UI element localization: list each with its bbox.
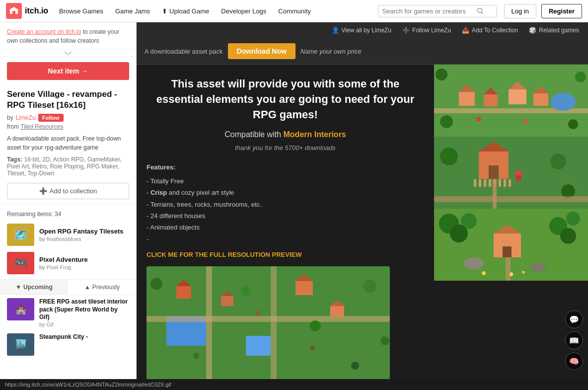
svg-rect-51: [474, 179, 476, 187]
author-link-2[interactable]: Pixel Frog: [47, 264, 72, 270]
svg-point-27: [351, 362, 359, 370]
remaining-items: Remaining items: 34: [0, 207, 136, 221]
chevron-up-icon: ▲: [84, 284, 90, 291]
name-price-label: Name your own price: [300, 48, 362, 55]
signup-link[interactable]: Create an account on itch.io: [7, 28, 81, 35]
svg-rect-65: [434, 196, 588, 202]
svg-rect-29: [310, 346, 314, 350]
nav-upload-game[interactable]: ⬆ Upload Game: [157, 0, 214, 22]
svg-point-78: [482, 271, 486, 275]
search-bar[interactable]: [378, 5, 497, 17]
prev-item-2[interactable]: 🏙️ Steampunk City -: [0, 330, 136, 359]
author-link-1[interactable]: finalbossblues: [47, 236, 81, 242]
scroll-hint: [0, 50, 136, 57]
register-button[interactable]: Register: [541, 4, 582, 18]
svg-rect-28: [256, 311, 260, 315]
svg-rect-10: [147, 316, 390, 322]
svg-rect-53: [484, 179, 486, 187]
game-tags: Tags: 16-bit, 2D, Action RPG, GameMaker,…: [0, 155, 136, 181]
from-label: from: [7, 123, 20, 130]
follow-creator-button[interactable]: ➕ Follow LimeZu: [397, 24, 456, 36]
svg-rect-17: [295, 281, 313, 295]
svg-point-33: [568, 119, 578, 129]
add-to-collection-sidebar-button[interactable]: ➕ Add to collection: [7, 183, 129, 199]
svg-point-3: [477, 8, 482, 13]
nav-developer-logs[interactable]: Developer Logs: [216, 0, 271, 22]
thank-you-text: thank you for the 5700+ downloads: [147, 144, 424, 152]
follow-button[interactable]: Follow: [38, 114, 64, 122]
tag-16bit[interactable]: 16-bit: [24, 156, 39, 163]
svg-rect-15: [221, 296, 233, 306]
tag-pixel-art[interactable]: Pixel Art: [7, 163, 29, 170]
game-title-2: Pixel Adventure: [39, 256, 129, 264]
svg-rect-19: [330, 306, 344, 317]
feature-5: - Animated objects: [147, 222, 424, 233]
chat-float-button[interactable]: 💬: [565, 311, 583, 328]
nav-browse-games[interactable]: Browse Games: [54, 0, 108, 22]
svg-rect-9: [246, 336, 271, 356]
prev-item-1[interactable]: 🏰 FREE RPG asset tileset interior pack (…: [0, 295, 136, 330]
prev-author-link-1[interactable]: Gif: [47, 321, 54, 327]
svg-line-5: [65, 52, 68, 55]
game-info-1: Open RPG Fantasy Tilesets by finalbossbl…: [39, 228, 129, 242]
tab-upcoming[interactable]: ▼ Upcoming: [0, 280, 68, 295]
svg-rect-58: [509, 179, 511, 187]
brain-icon: 🧠: [569, 357, 579, 366]
svg-rect-39: [509, 89, 526, 104]
main-content: 👤 View all by LimeZu ➕ Follow LimeZu 📥 A…: [137, 22, 588, 390]
login-button[interactable]: Log in: [504, 4, 536, 18]
list-item[interactable]: 🗺️ Open RPG Fantasy Tilesets by finalbos…: [0, 221, 136, 249]
tag-retro[interactable]: Retro: [32, 163, 47, 170]
prev-author-1: by Gif: [39, 321, 129, 327]
brain-float-button[interactable]: 🧠: [565, 352, 583, 370]
tag-tileset[interactable]: Tileset: [7, 170, 24, 177]
download-bar: A downloadable asset pack Download Now N…: [137, 38, 588, 65]
preview-link[interactable]: CLICK ME FOR THE FULL RESOLUTION PREVIEW: [147, 251, 424, 258]
tag-top-down[interactable]: Top-Down: [27, 170, 54, 177]
game-title-1: Open RPG Fantasy Tilesets: [39, 228, 129, 236]
add-to-collection-button[interactable]: 📥 Add To Collection: [457, 24, 523, 36]
collection-link[interactable]: Tiled Resources: [20, 123, 63, 130]
search-input[interactable]: [382, 7, 477, 15]
book-float-button[interactable]: 📖: [565, 331, 583, 349]
search-icon: [477, 7, 484, 14]
related-icon: 🎲: [529, 27, 536, 34]
compatible-link[interactable]: Modern Interiors: [284, 130, 346, 139]
compatible-line: Compatible with Modern Interiors: [147, 130, 424, 139]
related-games-button[interactable]: 🎲 Related games: [524, 24, 584, 36]
logo-icon: [6, 3, 22, 19]
collection-icon: ➕: [39, 187, 47, 195]
tag-action-rpg[interactable]: Action RPG: [53, 156, 84, 163]
asset-type-label: A downloadable asset pack: [145, 48, 223, 55]
divider-1: [0, 204, 136, 205]
view-all-button[interactable]: 👤 View all by LimeZu: [327, 24, 397, 36]
list-item-2[interactable]: 🎮 Pixel Adventure by Pixel Frog: [0, 249, 136, 277]
svg-point-21: [150, 278, 162, 290]
tag-2d[interactable]: 2D: [42, 156, 50, 163]
svg-point-71: [566, 212, 580, 226]
download-now-button[interactable]: Download Now: [228, 43, 295, 59]
svg-rect-50: [489, 165, 499, 179]
author-link[interactable]: LimeZu: [16, 114, 36, 121]
site-logo[interactable]: itch.io: [6, 3, 48, 19]
game-from: from Tiled Resources: [0, 123, 136, 132]
nav-game-jams[interactable]: Game Jams: [110, 0, 155, 22]
svg-rect-75: [503, 246, 512, 257]
svg-point-22: [241, 286, 251, 296]
nav-community[interactable]: Community: [273, 0, 316, 22]
svg-rect-81: [506, 257, 511, 281]
tag-rpg-maker[interactable]: RPG Maker: [87, 163, 118, 170]
tag-gamemaker[interactable]: GameMaker: [87, 156, 120, 163]
game-info-2: Pixel Adventure by Pixel Frog: [39, 256, 129, 270]
svg-point-69: [450, 225, 468, 242]
svg-rect-52: [479, 179, 481, 187]
upload-icon: ⬆: [162, 0, 167, 22]
tag-role-playing[interactable]: Role Playing: [50, 163, 83, 170]
svg-rect-64: [493, 179, 497, 209]
map-screenshot: [147, 266, 390, 381]
chat-icon: 💬: [569, 315, 579, 324]
tab-previously[interactable]: ▲ Previously: [68, 280, 136, 295]
next-item-button[interactable]: Next item →: [7, 62, 129, 80]
prev-info-2: Steampunk City -: [39, 333, 88, 341]
side-screenshot-3: [434, 209, 588, 281]
